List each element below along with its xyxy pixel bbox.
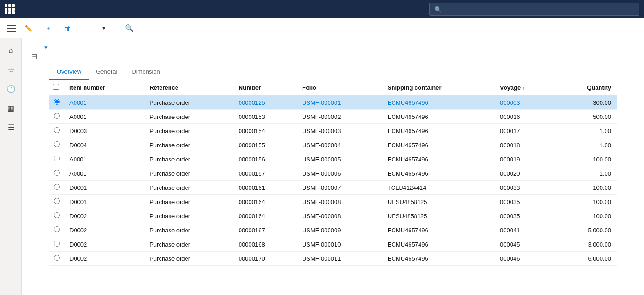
cell-voyage: 000017 — [496, 124, 557, 138]
sidebar-bookmarks-icon[interactable]: ▦ — [2, 99, 20, 117]
cell-item-number: D0001 — [66, 181, 146, 195]
cell-quantity: 500.00 — [557, 110, 617, 124]
cell-reference: Purchase order — [146, 252, 235, 266]
table-row[interactable]: D0002Purchase order00000164USMF-000008UE… — [49, 209, 617, 223]
cell-voyage: 000046 — [496, 252, 557, 266]
shipping-container-link[interactable]: ECMU4657496 — [388, 99, 428, 106]
cell-item-number: D0002 — [66, 237, 146, 252]
header-number[interactable]: Number — [235, 80, 298, 95]
cell-item-number: D0001 — [66, 195, 146, 209]
table-row[interactable]: D0003Purchase order00000154USMF-000003EC… — [49, 124, 617, 138]
sidebar-home-icon[interactable]: ⌂ — [2, 41, 20, 59]
cell-shipping-container: ECMU4657496 — [384, 110, 496, 124]
row-radio[interactable] — [54, 156, 60, 161]
table-row[interactable]: D0001Purchase order00000164USMF-000008UE… — [49, 195, 617, 209]
cell-shipping-container: UESU4858125 — [384, 195, 496, 209]
number-link[interactable]: 00000125 — [239, 99, 265, 106]
costs-inquiry-button[interactable] — [85, 26, 94, 31]
main-content: ⊟ ▾ Overview General Dimension — [22, 38, 644, 295]
cell-voyage: 000041 — [496, 223, 557, 237]
inventory-button[interactable]: ▾ — [96, 22, 110, 34]
row-radio[interactable] — [54, 198, 60, 204]
row-radio[interactable] — [54, 184, 60, 190]
page-title-area: ▾ — [43, 44, 635, 53]
row-radio[interactable] — [54, 141, 60, 147]
header-reference[interactable]: Reference — [146, 80, 235, 95]
page-header: ⊟ ▾ — [22, 38, 644, 61]
new-button[interactable]: ＋ — [41, 22, 58, 35]
tab-dimension[interactable]: Dimension — [124, 64, 167, 80]
row-radio[interactable] — [54, 255, 60, 261]
cell-shipping-container: ECMU4657496 — [384, 223, 496, 237]
select-all-checkbox[interactable] — [53, 84, 59, 90]
folio-link[interactable]: USMF-000001 — [302, 99, 341, 106]
sidebar-recent-icon[interactable]: 🕐 — [2, 80, 20, 98]
row-radio[interactable] — [54, 226, 60, 232]
header-voyage[interactable]: Voyage ↑ — [496, 80, 557, 95]
cell-quantity: 100.00 — [557, 181, 617, 195]
table-row[interactable]: D0001Purchase order00000161USMF-000007TC… — [49, 181, 617, 195]
search-command-button[interactable]: 🔍 — [125, 24, 134, 32]
cmd-separator-1 — [81, 23, 81, 34]
header-folio[interactable]: Folio — [298, 80, 384, 95]
table-row[interactable]: A0001Purchase order00000153USMF-000002EC… — [49, 110, 617, 124]
cell-quantity: 1.00 — [557, 138, 617, 152]
tab-general[interactable]: General — [89, 64, 124, 80]
cell-item-number: D0002 — [66, 252, 146, 266]
cell-quantity: 300.00 — [557, 95, 617, 110]
table-row[interactable]: A0001Purchase order00000156USMF-000005EC… — [49, 152, 617, 166]
sort-arrow-icon: ↑ — [522, 85, 525, 91]
grid-icon — [5, 4, 15, 14]
table-row[interactable]: D0002Purchase order00000170USMF-000011EC… — [49, 252, 617, 266]
filter-icon[interactable]: ⊟ — [31, 52, 37, 61]
table-row[interactable]: A0001Purchase order00000125USMF-000001EC… — [49, 95, 617, 110]
sidebar-list-icon[interactable]: ☰ — [2, 118, 20, 136]
app-logo[interactable] — [5, 4, 18, 14]
standard-view-dropdown[interactable]: ▾ — [43, 44, 635, 51]
row-radio[interactable] — [54, 212, 60, 218]
search-icon: 🔍 — [434, 6, 442, 13]
row-radio[interactable] — [54, 241, 60, 247]
header-item-number[interactable]: Item number — [66, 80, 146, 95]
cell-shipping-container: UESU4858125 — [384, 209, 496, 223]
cell-reference: Purchase order — [146, 237, 235, 252]
cell-item-number: A0001 — [66, 152, 146, 166]
cell-item-number: A0001 — [66, 166, 146, 181]
header-checkbox-col[interactable] — [49, 80, 66, 95]
row-radio[interactable] — [54, 113, 60, 119]
item-number-link[interactable]: A0001 — [69, 99, 87, 106]
cell-voyage: 000020 — [496, 166, 557, 181]
cell-reference: Purchase order — [146, 166, 235, 181]
voyage-link[interactable]: 000003 — [500, 99, 520, 106]
table-row[interactable]: D0004Purchase order00000155USMF-000004EC… — [49, 138, 617, 152]
delete-button[interactable]: 🗑 — [60, 22, 77, 34]
options-button[interactable] — [112, 26, 121, 31]
delete-icon: 🗑 — [64, 25, 71, 32]
cell-reference: Purchase order — [146, 195, 235, 209]
table-row[interactable]: D0002Purchase order00000168USMF-000010EC… — [49, 237, 617, 252]
cell-number: 00000164 — [235, 209, 298, 223]
header-shipping-container[interactable]: Shipping container — [384, 80, 496, 95]
hamburger-button[interactable] — [5, 21, 18, 35]
header-quantity[interactable]: Quantity — [557, 80, 617, 95]
cell-number: 00000156 — [235, 152, 298, 166]
cell-quantity: 6,000.00 — [557, 252, 617, 266]
row-radio[interactable] — [54, 170, 60, 176]
cell-number: 00000170 — [235, 252, 298, 266]
sidebar-filter-icon[interactable]: ☆ — [2, 60, 20, 79]
tab-overview[interactable]: Overview — [49, 64, 89, 80]
cell-folio: USMF-000002 — [298, 110, 384, 124]
table-row[interactable]: A0001Purchase order00000157USMF-000006EC… — [49, 166, 617, 181]
sidebar: ⌂ ☆ 🕐 ▦ ☰ — [0, 38, 22, 295]
table-row[interactable]: D0002Purchase order00000167USMF-000009EC… — [49, 223, 617, 237]
cell-number: 00000168 — [235, 237, 298, 252]
cell-shipping-container: ECMU4657496 — [384, 124, 496, 138]
cell-quantity: 100.00 — [557, 152, 617, 166]
cell-voyage: 000016 — [496, 110, 557, 124]
cell-quantity: 1.00 — [557, 166, 617, 181]
command-bar: ✏️ ＋ 🗑 ▾ 🔍 — [0, 18, 644, 38]
row-radio[interactable] — [54, 99, 60, 105]
row-radio[interactable] — [54, 127, 60, 133]
edit-button[interactable]: ✏️ — [20, 22, 39, 34]
search-bar[interactable]: 🔍 — [429, 3, 639, 16]
